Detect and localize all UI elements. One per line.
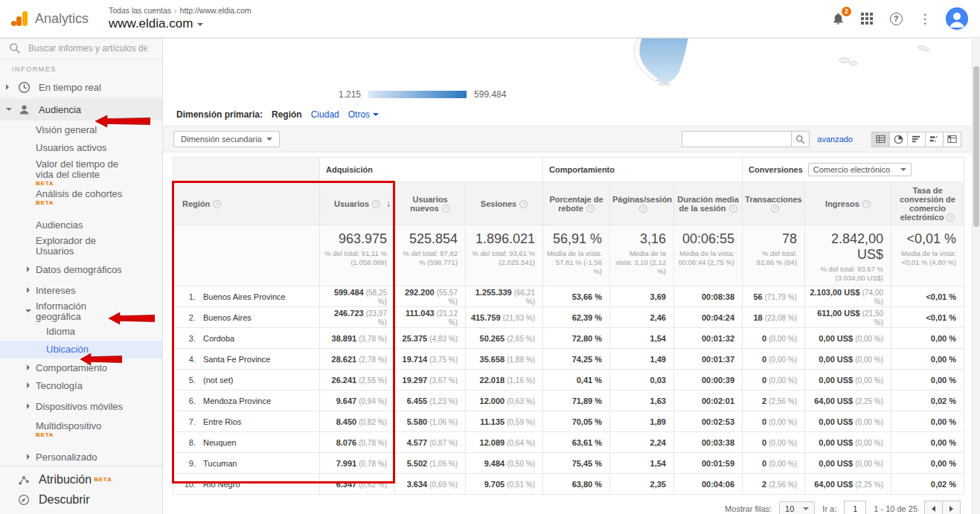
vertical-scrollbar[interactable] [972, 38, 980, 514]
row-rank: 9. [178, 459, 196, 468]
sidebar-item-demographics[interactable]: Datos demográficos [0, 257, 162, 281]
analytics-logo[interactable]: Analytics [0, 10, 103, 28]
help-icon[interactable] [862, 200, 871, 208]
pagination-bar: Mostrar filas: 10 Ir a: 1 - 10 de 25 [163, 501, 964, 514]
sidebar-item-cohort-analysis[interactable]: Análisis de cohortes BETA [0, 186, 162, 216]
table-row[interactable]: 3.Cordoba 38.891(3,78 %) 25.375(4,83 %) … [173, 328, 964, 349]
sidebar-item-custom[interactable]: Personalizado [0, 448, 162, 466]
sidebar-item-cross-device[interactable]: Multidispositivo BETA [0, 418, 162, 448]
rows-per-page-select[interactable]: 10 [779, 501, 815, 514]
column-header-revenue[interactable]: Ingresos [805, 182, 891, 225]
region-link[interactable]: Santa Fe Province [203, 355, 271, 364]
help-button[interactable] [888, 10, 904, 27]
account-selector[interactable]: www.eldia.com [109, 16, 252, 31]
region-link[interactable]: Buenos Aires Province [203, 292, 286, 301]
region-link[interactable]: Rio Negro [203, 480, 240, 489]
breadcrumb-property[interactable]: http://www.eldia.com [180, 6, 252, 15]
secondary-dimension-button[interactable]: Dimensión secundaria [173, 131, 280, 147]
apps-grid-button[interactable] [859, 10, 875, 27]
sidebar-search[interactable] [0, 38, 162, 60]
breadcrumb-separator: › [174, 6, 177, 15]
more-menu-button[interactable] [917, 10, 933, 27]
row-rank: 1. [178, 292, 196, 301]
sidebar-item-realtime[interactable]: En tiempo real [0, 76, 162, 98]
percentage-view-button[interactable] [889, 132, 908, 147]
help-icon[interactable] [519, 200, 528, 208]
search-icon [795, 135, 805, 144]
region-link[interactable]: Neuquen [203, 438, 237, 447]
sidebar-item-user-explorer[interactable]: Explorador de Usuarios [0, 234, 162, 257]
next-page-button[interactable] [942, 501, 961, 514]
table-row[interactable]: 2.Buenos Aires 246.723(23,97 %) 111.043(… [173, 307, 964, 328]
column-header-duration[interactable]: Duración media de la sesión [674, 182, 743, 225]
help-icon[interactable] [947, 213, 955, 222]
table-row[interactable]: 7.Entre Rios 8.450(0,82 %) 5.580(1,06 %)… [173, 411, 964, 432]
search-input[interactable] [28, 43, 147, 54]
scrollbar-thumb[interactable] [973, 66, 979, 227]
dimension-option-region[interactable]: Región [272, 109, 302, 120]
performance-view-button[interactable] [907, 132, 926, 147]
avatar[interactable] [946, 7, 968, 30]
table-view-button[interactable] [871, 132, 890, 147]
sidebar-item-attribution[interactable]: Atribución BETA [0, 469, 162, 489]
sidebar-nav: En tiempo real Audiencia Visión general … [0, 76, 162, 466]
sidebar-item-mobile[interactable]: Dispositivos móviles [0, 394, 162, 418]
sidebar-item-language[interactable]: Idioma [0, 323, 162, 341]
column-header-pages[interactable]: Páginas/sesión [610, 182, 674, 225]
sidebar-item-lifetime-value[interactable]: Valor del tiempo de vida del cliente BET… [0, 156, 162, 186]
region-link[interactable]: Mendoza Province [203, 396, 271, 405]
help-icon[interactable] [771, 205, 779, 213]
conversions-type-selector[interactable]: Comercio electrónico [808, 163, 912, 176]
table-filter-input[interactable] [682, 131, 792, 147]
table-row[interactable]: 9.Tucuman 7.991(0,78 %) 5.502(1,05 %) 9.… [173, 453, 964, 474]
notifications-button[interactable]: 2 [830, 10, 846, 27]
help-icon[interactable] [729, 205, 737, 213]
table-row[interactable]: 1.Buenos Aires Province 599.484(58,25 %)… [173, 286, 964, 307]
sidebar-item-location[interactable]: Ubicación [0, 341, 162, 359]
dimension-option-other[interactable]: Otros [348, 109, 379, 120]
column-header-new-users[interactable]: Usuarios nuevos [395, 182, 466, 225]
goto-page-input[interactable] [844, 501, 866, 514]
table-row[interactable]: 10.Rio Negro 6.347(0,62 %) 3.634(0,69 %)… [173, 474, 964, 495]
column-header-region[interactable]: Región [173, 182, 320, 225]
column-header-users[interactable]: Usuarios [320, 182, 395, 225]
help-icon[interactable] [442, 205, 450, 213]
sidebar: INFORMES En tiempo real Audiencia Vis [0, 38, 163, 514]
sidebar-item-interests[interactable]: Intereses [0, 281, 162, 299]
table-row[interactable]: 5.(not set) 26.241(2,55 %) 19.297(3,67 %… [173, 370, 964, 391]
column-header-conv-rate[interactable]: Tasa de conversión de comercio electróni… [891, 182, 964, 225]
sidebar-item-audience[interactable]: Audiencia [0, 98, 162, 121]
region-link[interactable]: Buenos Aires [203, 313, 252, 322]
region-link[interactable]: Tucuman [203, 459, 237, 468]
user-icon [946, 7, 968, 30]
pivot-view-button[interactable] [943, 132, 961, 147]
comparison-view-button[interactable] [925, 132, 944, 147]
help-icon[interactable] [639, 205, 647, 213]
sidebar-item-behavior[interactable]: Comportamiento [0, 359, 162, 376]
sidebar-item-geo[interactable]: Información geográfica [0, 299, 162, 323]
sidebar-item-discover[interactable]: Descubrir [0, 489, 162, 510]
sidebar-item-technology[interactable]: Tecnología [0, 376, 162, 394]
sidebar-item-audiences[interactable]: Audiencias [0, 216, 162, 234]
sidebar-item-overview[interactable]: Visión general [0, 121, 162, 138]
breadcrumb-all-accounts[interactable]: Todas las cuentas [109, 6, 171, 15]
advanced-filter-link[interactable]: avanzado [817, 135, 853, 144]
prev-page-button[interactable] [924, 501, 943, 514]
table-row[interactable]: 4.Santa Fe Province 28.621(2,78 %) 19.71… [173, 349, 964, 370]
help-icon[interactable] [372, 200, 380, 208]
help-icon[interactable] [586, 205, 595, 213]
header-actions: 2 [830, 7, 980, 30]
region-link[interactable]: Cordoba [203, 334, 234, 343]
region-link[interactable]: Entre Rios [203, 417, 241, 426]
geo-map[interactable] [163, 38, 972, 86]
table-row[interactable]: 6.Mendoza Province 9.647(0,94 %) 6.455(1… [173, 391, 964, 411]
table-row[interactable]: 8.Neuquen 8.076(0,78 %) 4.577(0,87 %) 12… [173, 432, 964, 453]
column-header-bounce[interactable]: Porcentaje de rebote [543, 182, 610, 225]
help-icon[interactable] [213, 200, 221, 208]
region-link[interactable]: (not set) [203, 376, 233, 385]
column-header-sessions[interactable]: Sesiones [466, 182, 543, 225]
table-filter-search-button[interactable] [792, 131, 810, 147]
sidebar-item-active-users[interactable]: Usuarios activos [0, 138, 162, 156]
column-header-transactions[interactable]: Transacciones [743, 182, 805, 225]
dimension-option-city[interactable]: Ciudad [311, 109, 339, 120]
